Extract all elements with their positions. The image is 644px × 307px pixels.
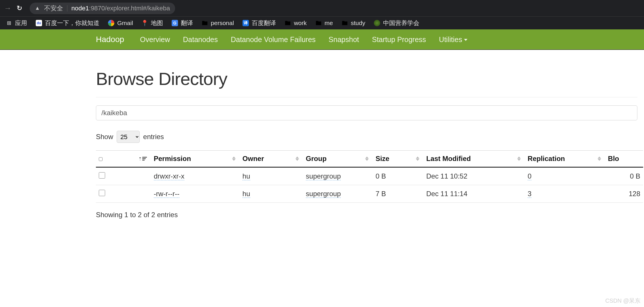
bookmark-work[interactable]: work (285, 20, 306, 26)
col-block-size[interactable]: Blo (605, 151, 643, 167)
warning-icon: ▲ (35, 5, 40, 11)
sort-icon (598, 157, 601, 161)
baidu-translate-icon: 译 (243, 20, 249, 26)
map-pin-icon: 📍 (142, 20, 148, 26)
nav-datanode-volume-failures[interactable]: Datanode Volume Failures (231, 35, 316, 44)
row-checkbox[interactable] (99, 190, 105, 196)
page-length-control: Show 25 entries (96, 131, 644, 143)
nav-utilities[interactable]: Utilities (439, 35, 467, 44)
select-all-checkbox[interactable] (99, 157, 103, 161)
folder-icon (315, 20, 322, 26)
bookmark-baidu[interactable]: du 百度一下，你就知道 (36, 19, 99, 27)
owner-value[interactable]: hu (243, 172, 250, 180)
block-value: 0 B (630, 172, 640, 180)
nav-snapshot[interactable]: Snapshot (329, 35, 359, 44)
bookmark-personal[interactable]: personal (202, 20, 234, 26)
col-replication[interactable]: Replication (525, 151, 605, 167)
nav-datanodes[interactable]: Datanodes (183, 35, 218, 44)
not-secure-label: 不安全 (44, 4, 63, 13)
bookmark-label: 中国营养学会 (383, 19, 419, 27)
permission-value[interactable]: drwxr-xr-x (154, 172, 185, 180)
show-label: Show (96, 133, 113, 141)
table-row: -rw-r--r-- hu supergroup 7 B Dec 11 11:1… (96, 185, 643, 203)
translate-icon: G (172, 20, 178, 26)
sort-icon (232, 157, 236, 161)
bookmark-label: 应用 (15, 19, 27, 27)
size-value: 7 B (376, 190, 386, 198)
col-size[interactable]: Size (373, 151, 423, 167)
address-bar[interactable]: ▲ 不安全 node1:9870/explorer.html#/kaikeba (30, 3, 175, 14)
chevron-down-icon (464, 39, 467, 41)
app-navbar: Hadoop Overview Datanodes Datanode Volum… (0, 29, 644, 50)
bookmark-label: 翻译 (181, 19, 193, 27)
nav-startup-progress[interactable]: Startup Progress (372, 35, 426, 44)
forward-arrow-icon[interactable]: → (4, 4, 12, 13)
bookmark-label: 百度一下，你就知道 (45, 19, 99, 27)
sort-icon: ↓ (142, 157, 147, 161)
bookmark-nutrition[interactable]: 中国营养学会 (374, 19, 419, 27)
sort-icon (296, 157, 299, 161)
nav-overview[interactable]: Overview (140, 35, 170, 44)
bookmark-label: 地图 (151, 19, 163, 27)
col-checkbox[interactable] (96, 151, 121, 167)
folder-icon (342, 20, 348, 26)
size-value: 0 B (376, 172, 386, 180)
sort-icon (416, 157, 419, 161)
folder-icon (202, 20, 208, 26)
reload-icon[interactable]: ↻ (17, 4, 22, 12)
entries-label: entries (143, 133, 164, 141)
divider (96, 97, 637, 97)
bookmark-label: study (351, 20, 365, 26)
replication-value[interactable]: 0 (528, 172, 531, 180)
col-owner[interactable]: Owner (240, 151, 303, 167)
page-title: Browse Directory (96, 69, 644, 89)
apps-icon: ⊞ (6, 20, 12, 26)
sort-icon (517, 157, 521, 161)
bookmark-me[interactable]: me (315, 20, 333, 26)
table-row: drwxr-xr-x hu supergroup 0 B Dec 11 10:5… (96, 167, 643, 185)
row-checkbox[interactable] (99, 172, 105, 179)
bookmark-label: work (294, 20, 306, 26)
sort-icon (365, 157, 369, 161)
content-area: Browse Directory Show 25 entries ↓ Permi… (0, 69, 644, 219)
folder-icon (285, 20, 291, 26)
url-text: node1:9870/explorer.html#/kaikeba (71, 5, 170, 12)
modified-value: Dec 11 10:52 (426, 172, 467, 180)
brand[interactable]: Hadoop (96, 35, 124, 44)
table-info: Showing 1 to 2 of 2 entries (96, 211, 644, 219)
path-input[interactable] (96, 105, 637, 120)
bookmark-apps[interactable]: ⊞ 应用 (6, 19, 27, 27)
modified-value: Dec 11 11:14 (426, 190, 467, 198)
page-size-select[interactable]: 25 (117, 131, 140, 143)
replication-value[interactable]: 3 (528, 190, 531, 198)
owner-value[interactable]: hu (243, 190, 250, 198)
bookmark-translate[interactable]: G 翻译 (172, 19, 193, 27)
col-last-modified[interactable]: Last Modified (423, 151, 525, 167)
bookmark-label: Gmail (117, 20, 133, 26)
block-value: 128 (629, 190, 640, 198)
directory-table: ↓ Permission Owner Group Size (96, 150, 643, 203)
group-value[interactable]: supergroup (306, 172, 341, 180)
bookmark-label: me (325, 20, 333, 26)
google-icon: G (108, 20, 114, 26)
baidu-icon: du (36, 20, 42, 26)
bookmark-map[interactable]: 📍 地图 (142, 19, 163, 27)
col-index-sort[interactable]: ↓ (121, 151, 151, 167)
bookmark-label: personal (211, 20, 234, 26)
bookmark-gmail[interactable]: G Gmail (108, 20, 133, 26)
browser-toolbar: → ↻ ▲ 不安全 node1:9870/explorer.html#/kaik… (0, 0, 644, 16)
col-permission[interactable]: Permission (151, 151, 240, 167)
table-header-row: ↓ Permission Owner Group Size (96, 151, 643, 167)
divider (67, 5, 67, 12)
bookmark-baidu-translate[interactable]: 译 百度翻译 (243, 19, 276, 27)
col-group[interactable]: Group (303, 151, 373, 167)
nutrition-icon (374, 20, 380, 26)
bookmark-study[interactable]: study (342, 20, 365, 26)
bookmark-bar: ⊞ 应用 du 百度一下，你就知道 G Gmail 📍 地图 G 翻译 pers… (0, 16, 644, 29)
group-value[interactable]: supergroup (306, 190, 341, 198)
bookmark-label: 百度翻译 (252, 19, 276, 27)
permission-value[interactable]: -rw-r--r-- (154, 190, 179, 198)
